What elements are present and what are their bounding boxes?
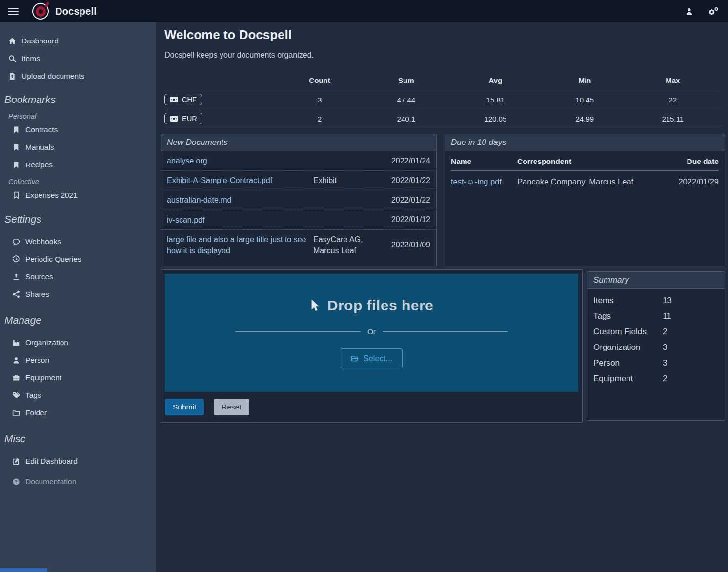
select-label: Select...: [364, 354, 393, 363]
due-row: test-☺-ing.pdf Pancake Company, Marcus L…: [451, 171, 719, 186]
sidebar-item-label: Expenses 2021: [25, 191, 78, 200]
sidebar-item-tags[interactable]: Tags: [0, 387, 156, 404]
home-icon: [8, 37, 16, 45]
upload-icon: [12, 273, 20, 281]
money-bill-icon: [170, 115, 178, 122]
document-row: analyse.org 2022/01/24: [161, 151, 436, 170]
reset-button[interactable]: Reset: [214, 399, 249, 415]
sidebar-item-person[interactable]: Person: [0, 351, 156, 369]
currency-label: EUR: [182, 115, 197, 123]
document-row: iv-scan.pdf 2022/01/12: [161, 210, 436, 229]
briefcase-icon: [12, 374, 20, 382]
summary-label: Items: [593, 296, 663, 306]
sidebar-item-upload-documents[interactable]: Upload documents: [0, 67, 156, 85]
document-link[interactable]: iv-scan.pdf: [167, 214, 309, 225]
stat-value: 10.45: [545, 90, 625, 109]
mouse-pointer-icon: [310, 299, 321, 312]
stat-value: 215.11: [625, 109, 721, 128]
section-title-misc: Misc: [0, 433, 156, 445]
sidebar-item-label: Equipment: [25, 373, 61, 382]
sidebar-item-contracts[interactable]: Contracts: [0, 121, 156, 139]
sidebar-item-documentation[interactable]: ? Documentation: [0, 473, 156, 490]
bookmark-outline-icon: [12, 191, 20, 199]
sidebar-item-label: Organization: [25, 338, 68, 347]
sidebar-item-equipment[interactable]: Equipment: [0, 369, 156, 387]
document-date: 2022/01/12: [385, 215, 430, 224]
stat-value: 22: [625, 90, 721, 109]
file-upload-icon: [8, 72, 16, 80]
document-date: 2022/01/09: [385, 241, 430, 249]
sidebar-item-manuals[interactable]: Manuals: [0, 139, 156, 156]
document-link[interactable]: test-☺-ing.pdf: [451, 177, 517, 186]
sidebar-item-dashboard[interactable]: Dasbhoard: [0, 32, 156, 50]
user-icon[interactable]: [685, 7, 693, 16]
document-row: Exhibit-A-Sample-Contract.pdf Exhibit 20…: [161, 170, 436, 190]
stat-value: 120.05: [446, 109, 545, 128]
folder-open-icon: [351, 355, 359, 363]
summary-value: 3: [663, 358, 667, 368]
document-link[interactable]: large file and also a large title just t…: [167, 234, 309, 256]
document-link[interactable]: australian-date.md: [167, 194, 309, 205]
search-icon: [8, 55, 16, 62]
sidebar-item-sources[interactable]: Sources: [0, 268, 156, 286]
due-col-due-date: Due date: [660, 157, 719, 166]
summary-label: Person: [593, 358, 663, 368]
document-info: EasyCare AG, Marcus Leaf: [313, 234, 382, 256]
sidebar: Dasbhoard Items Upload documents Bookmar…: [0, 22, 156, 572]
page-title: Welcome to Docspell: [164, 27, 292, 42]
sidebar-item-label: Shares: [25, 290, 49, 299]
stats-header-sum: Sum: [366, 72, 446, 90]
due-correspondent: Pancake Company, Marcus Leaf: [517, 177, 660, 186]
or-label: Or: [367, 327, 376, 336]
menu-bars-icon[interactable]: [8, 8, 19, 15]
horizontal-scrollbar-thumb[interactable]: [0, 568, 47, 572]
history-icon: [12, 255, 20, 263]
sidebar-item-shares[interactable]: Shares: [0, 286, 156, 303]
document-info: Exhibit: [313, 175, 382, 186]
due-table-header: Name Correspondent Due date: [451, 154, 719, 171]
due-panel: Due in 10 days Name Correspondent Due da…: [445, 134, 725, 266]
stat-value: 47.44: [366, 90, 446, 109]
summary-row: Tags 11: [587, 308, 725, 324]
sidebar-item-periodic-queries[interactable]: Periodic Queries: [0, 250, 156, 268]
user-icon: [12, 356, 20, 364]
sidebar-item-label: Periodic Queries: [25, 255, 81, 264]
stats-row-eur: EUR 2 240.1 120.05 24.99 215.11: [164, 109, 721, 128]
sidebar-item-folder[interactable]: Folder: [0, 404, 156, 422]
summary-value: 3: [663, 343, 667, 352]
upload-panel: Drop files here Or Select... Submit Rese…: [161, 269, 583, 423]
section-title-bookmarks: Bookmarks: [0, 94, 156, 105]
sidebar-item-edit-dashboard[interactable]: Edit Dashboard: [0, 452, 156, 470]
currency-label: CHF: [182, 96, 197, 103]
sidebar-item-items[interactable]: Items: [0, 50, 156, 67]
summary-row: Person 3: [587, 355, 725, 371]
summary-label: Equipment: [593, 374, 663, 384]
sidebar-item-webhooks[interactable]: Webhooks: [0, 233, 156, 250]
share-icon: [12, 290, 20, 298]
or-divider: Or: [235, 327, 508, 336]
app-title: Docspell: [55, 6, 97, 17]
file-dropzone[interactable]: Drop files here Or Select...: [165, 274, 578, 392]
sidebar-item-label: Dasbhoard: [21, 37, 59, 45]
main-content: Welcome to Docspell Docspell keeps your …: [156, 22, 728, 572]
summary-value: 11: [663, 311, 671, 321]
top-navbar: Docspell: [0, 0, 728, 22]
section-title-settings: Settings: [0, 213, 156, 225]
sidebar-item-expenses-2021[interactable]: Expenses 2021: [0, 186, 156, 204]
folder-icon: [12, 409, 20, 417]
select-files-button[interactable]: Select...: [341, 348, 403, 368]
summary-label: Organization: [593, 343, 663, 352]
sidebar-item-recipes[interactable]: Recipes: [0, 156, 156, 174]
sidebar-item-label: Recipes: [25, 161, 53, 169]
stat-value: 15.81: [446, 90, 545, 109]
document-row: australian-date.md 2022/01/22: [161, 190, 436, 209]
submit-button[interactable]: Submit: [165, 399, 204, 415]
cogs-icon[interactable]: [708, 6, 719, 16]
stat-value: 3: [273, 90, 366, 109]
tags-icon: [12, 391, 20, 399]
document-link[interactable]: analyse.org: [167, 155, 309, 166]
document-link[interactable]: Exhibit-A-Sample-Contract.pdf: [167, 175, 309, 186]
panel-title: New Documents: [161, 134, 436, 151]
sidebar-item-organization[interactable]: Organization: [0, 334, 156, 351]
document-row: large file and also a large title just t…: [161, 229, 436, 260]
